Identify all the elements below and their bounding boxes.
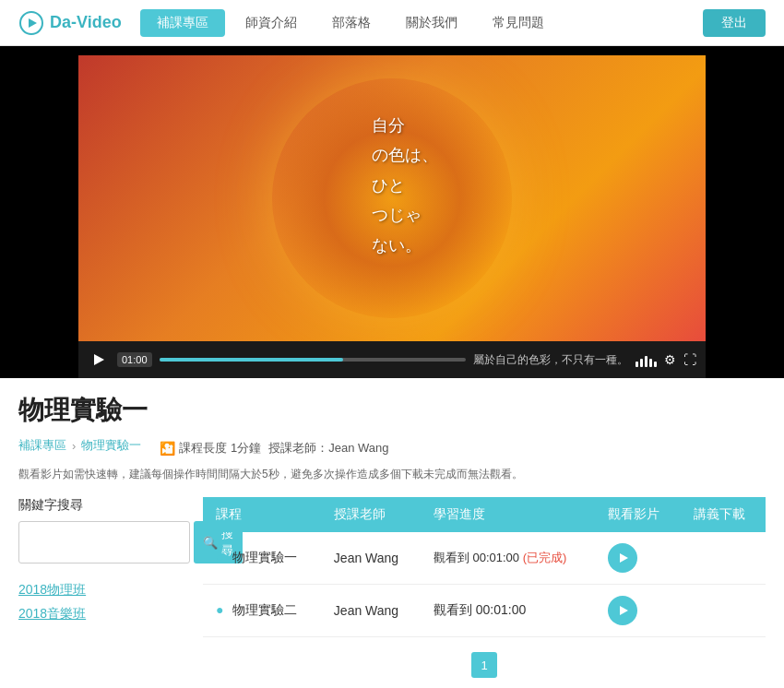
page-1[interactable]: 1	[471, 652, 497, 678]
nav-item-about[interactable]: 關於我們	[391, 9, 472, 37]
cell-watch-2	[595, 585, 680, 637]
vol-bar-5	[654, 362, 657, 367]
two-column-layout: 關鍵字搜尋 🔍 搜尋 2018物理班 2018音樂班 課程 授課老師 學習進度	[18, 497, 766, 678]
col-progress: 學習進度	[421, 497, 596, 532]
pagination: 1	[203, 652, 766, 678]
class-item-music[interactable]: 2018音樂班	[18, 602, 184, 626]
fullscreen-button[interactable]: ⛶	[683, 352, 696, 367]
settings-button[interactable]: ⚙	[664, 352, 676, 367]
breadcrumb-separator: ›	[72, 439, 76, 453]
cell-teacher-1: Jean Wang	[321, 532, 421, 585]
svg-marker-1	[29, 18, 37, 28]
course-meta: 🎦 課程長度 1分鐘 授課老師：Jean Wang	[160, 440, 388, 457]
col-download: 講義下載	[681, 497, 766, 532]
class-item-physics[interactable]: 2018物理班	[18, 578, 184, 602]
breadcrumb-home[interactable]: 補課專區	[18, 437, 66, 454]
nav-item-blog[interactable]: 部落格	[317, 9, 386, 37]
navbar: Da-Video 補課專區 師資介紹 部落格 關於我們 常見問題 登出	[0, 0, 784, 46]
logo: Da-Video	[18, 10, 122, 36]
watch-button-2[interactable]	[608, 596, 637, 625]
svg-marker-2	[94, 354, 104, 365]
video-overlay-text: 自分の色は、ひとつじゃない。	[372, 111, 438, 260]
progress-fill	[160, 358, 343, 362]
cell-watch-1	[595, 532, 680, 585]
sidebar: 關鍵字搜尋 🔍 搜尋 2018物理班 2018音樂班	[18, 497, 184, 678]
video-time: 01:00	[117, 352, 152, 367]
col-watch: 觀看影片	[595, 497, 680, 532]
vol-bar-4	[649, 359, 652, 367]
cell-download-1	[681, 532, 766, 585]
table-header-row: 課程 授課老師 學習進度 觀看影片 講義下載	[203, 497, 766, 532]
course-table: 課程 授課老師 學習進度 觀看影片 講義下載 ● 物理實驗一 Jean Wang	[203, 497, 766, 637]
meta-duration: 🎦 課程長度 1分鐘	[160, 440, 261, 457]
cell-progress-1: 觀看到 00:01:00 (已完成)	[421, 532, 596, 585]
table-row: ● 物理實驗一 Jean Wang 觀看到 00:01:00 (已完成)	[203, 532, 766, 585]
breadcrumb: 補課專區 › 物理實驗一	[18, 437, 141, 454]
main-content: 物理實驗一 補課專區 › 物理實驗一 🎦 課程長度 1分鐘 授課老師：Jean …	[0, 378, 784, 688]
nav-item-faq[interactable]: 常見問題	[478, 9, 559, 37]
video-controls: 01:00 屬於自己的色彩，不只有一種。 ⚙ ⛶	[78, 341, 706, 378]
cell-download-2	[681, 585, 766, 637]
table-section: 課程 授課老師 學習進度 觀看影片 講義下載 ● 物理實驗一 Jean Wang	[203, 497, 766, 678]
cell-teacher-2: Jean Wang	[321, 585, 421, 637]
play-button[interactable]	[88, 349, 110, 371]
cell-course-name-1: ● 物理實驗一	[203, 532, 321, 585]
col-course: 課程	[203, 497, 321, 532]
nav-item-teachers[interactable]: 師資介紹	[231, 9, 312, 37]
nav-items: 補課專區 師資介紹 部落格 關於我們 常見問題	[140, 9, 703, 37]
cell-course-name-2: ● 物理實驗二	[203, 585, 321, 637]
video-player[interactable]: 自分の色は、ひとつじゃない。	[78, 55, 706, 341]
logout-button[interactable]: 登出	[703, 9, 766, 37]
logo-text: Da-Video	[50, 13, 122, 32]
page-title: 物理實驗一	[18, 393, 766, 428]
duration-icon: 🎦	[160, 441, 175, 456]
vol-bar-2	[640, 359, 643, 367]
dot-2: ●	[216, 602, 223, 617]
dot-1: ●	[216, 550, 223, 564]
cell-progress-2: 觀看到 00:01:00	[421, 585, 596, 637]
svg-marker-3	[620, 553, 628, 563]
col-teacher: 授課老師	[321, 497, 421, 532]
progress-track[interactable]	[160, 358, 466, 362]
search-input[interactable]	[18, 521, 190, 563]
vol-bar-3	[645, 356, 647, 367]
meta-teacher: 授課老師：Jean Wang	[268, 440, 388, 457]
logo-icon	[18, 10, 44, 36]
volume-bars	[636, 352, 657, 367]
table-row: ● 物理實驗二 Jean Wang 觀看到 00:01:00	[203, 585, 766, 637]
vol-bar-1	[636, 362, 638, 367]
search-row: 🔍 搜尋	[18, 521, 184, 563]
breadcrumb-current: 物理實驗一	[81, 437, 141, 454]
video-wrapper: 自分の色は、ひとつじゃない。 01:00 屬於自己的色彩，不只有一種。 ⚙ ⛶	[0, 46, 784, 378]
watch-button-1[interactable]	[608, 543, 637, 573]
svg-marker-4	[620, 606, 628, 615]
video-subtitle: 屬於自己的色彩，不只有一種。	[473, 352, 628, 368]
nav-item-tutoring[interactable]: 補課專區	[140, 9, 225, 37]
notice-text: 觀看影片如需快速轉，建議每個操作時間間隔大於5秒，避免多次操作造成多個下載未完成…	[18, 467, 766, 482]
search-label: 關鍵字搜尋	[18, 497, 184, 514]
